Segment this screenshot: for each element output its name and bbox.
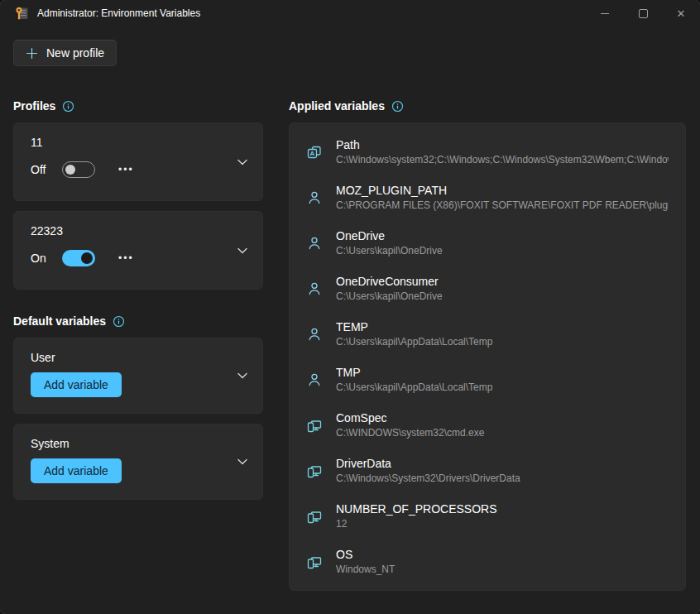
variable-value: C:\Users\kapil\AppData\Local\Temp bbox=[336, 381, 669, 394]
add-system-variable-button[interactable]: Add variable bbox=[31, 458, 122, 483]
variable-name: NUMBER_OF_PROCESSORS bbox=[336, 501, 669, 516]
variable-text: DriverData C:\Windows\System32\Drivers\D… bbox=[336, 456, 669, 485]
variable-row[interactable]: OneDriveConsumer C:\Users\kapil\OneDrive bbox=[290, 266, 685, 311]
default-variables-heading: Default variables bbox=[13, 314, 263, 329]
profile-card-22323[interactable]: 22323 On ••• bbox=[13, 211, 263, 290]
variable-value: C:\WINDOWS\system32\cmd.exe bbox=[336, 426, 669, 439]
window-controls: ✕ bbox=[586, 0, 700, 26]
info-icon[interactable] bbox=[113, 315, 125, 328]
user-icon bbox=[306, 235, 323, 252]
toggle-knob bbox=[65, 165, 75, 175]
more-dots-icon[interactable]: ••• bbox=[118, 164, 134, 175]
minimize-button[interactable] bbox=[586, 0, 624, 26]
variable-value: 12 bbox=[336, 517, 669, 530]
add-user-variable-button[interactable]: Add variable bbox=[31, 372, 122, 397]
more-dots-icon[interactable]: ••• bbox=[118, 252, 134, 264]
variable-name: MOZ_PLUGIN_PATH bbox=[336, 183, 669, 198]
variable-text: OneDriveConsumer C:\Users\kapil\OneDrive bbox=[336, 274, 669, 303]
svg-text:A: A bbox=[310, 150, 315, 157]
variable-row[interactable]: DriverData C:\Windows\System32\Drivers\D… bbox=[290, 448, 685, 493]
variable-row[interactable]: NUMBER_OF_PROCESSORS 12 bbox=[290, 493, 685, 539]
applied-variables-list: A Path C:\Windows\system32;C:\Windows;C:… bbox=[289, 122, 686, 591]
variable-value: Windows_NT bbox=[336, 563, 669, 576]
system-icon bbox=[306, 508, 323, 525]
system-variables-card[interactable]: System Add variable bbox=[13, 424, 263, 500]
system-variables-label: System bbox=[31, 437, 246, 450]
app-window: Administrator: Environment Variables ✕ N… bbox=[0, 0, 700, 614]
left-column: Profiles 11 Off ••• 22323 On bbox=[13, 98, 263, 510]
maximize-button[interactable] bbox=[624, 0, 662, 26]
variable-row[interactable]: OS Windows_NT bbox=[290, 539, 685, 584]
user-icon bbox=[306, 326, 323, 343]
right-column: Applied variables A Path C bbox=[289, 98, 686, 591]
variable-value: C:\Windows\system32;C:\Windows;C:\Window… bbox=[336, 153, 669, 166]
system-icon bbox=[306, 463, 323, 479]
info-icon[interactable] bbox=[391, 100, 404, 113]
variable-name: OS bbox=[336, 547, 669, 562]
user-variables-card[interactable]: User Add variable bbox=[13, 338, 263, 414]
profile-toggle[interactable] bbox=[62, 250, 95, 266]
toggle-knob bbox=[81, 252, 93, 264]
plus-icon bbox=[26, 47, 38, 60]
toggle-state-label: On bbox=[31, 252, 54, 265]
variable-row[interactable]: MOZ_PLUGIN_PATH C:\PROGRAM FILES (X86)\F… bbox=[290, 175, 685, 220]
user-icon bbox=[306, 189, 323, 206]
variable-text: TMP C:\Users\kapil\AppData\Local\Temp bbox=[336, 365, 669, 394]
variable-value: C:\Users\kapil\OneDrive bbox=[336, 290, 669, 303]
variable-name: DriverData bbox=[336, 456, 669, 471]
variable-text: ComSpec C:\WINDOWS\system32\cmd.exe bbox=[336, 410, 669, 439]
variable-name: OneDrive bbox=[336, 228, 669, 243]
variable-row[interactable]: A Path C:\Windows\system32;C:\Windows;C:… bbox=[290, 129, 685, 175]
profile-name: 22323 bbox=[31, 224, 246, 237]
maximize-icon bbox=[639, 9, 648, 18]
variable-row[interactable]: OneDrive C:\Users\kapil\OneDrive bbox=[290, 220, 685, 266]
chevron-down-icon[interactable] bbox=[237, 247, 247, 254]
system-icon bbox=[306, 554, 323, 570]
info-icon[interactable] bbox=[62, 100, 74, 113]
variable-name: OneDriveConsumer bbox=[336, 274, 669, 289]
variable-text: OneDrive C:\Users\kapil\OneDrive bbox=[336, 228, 669, 257]
user-variables-label: User bbox=[31, 351, 246, 364]
variable-name: TEMP bbox=[336, 319, 669, 334]
rename-icon: A bbox=[306, 144, 323, 161]
new-profile-button[interactable]: New profile bbox=[13, 40, 117, 66]
profiles-heading-label: Profiles bbox=[13, 99, 55, 113]
variable-text: NUMBER_OF_PROCESSORS 12 bbox=[336, 501, 669, 530]
variable-row[interactable]: ComSpec C:\WINDOWS\system32\cmd.exe bbox=[290, 402, 685, 448]
variable-name: TMP bbox=[336, 365, 669, 380]
variable-value: C:\PROGRAM FILES (X86)\FOXIT SOFTWARE\FO… bbox=[336, 199, 669, 212]
app-icon bbox=[15, 7, 29, 21]
profile-controls-row: On ••• bbox=[31, 250, 246, 266]
variable-value: C:\Windows\System32\Drivers\DriverData bbox=[336, 472, 669, 485]
chevron-down-icon[interactable] bbox=[237, 159, 247, 165]
user-icon bbox=[306, 281, 323, 297]
new-profile-label: New profile bbox=[46, 46, 104, 60]
variable-row[interactable]: TMP C:\Users\kapil\AppData\Local\Temp bbox=[290, 357, 685, 402]
toggle-state-label: Off bbox=[31, 163, 54, 176]
profiles-heading: Profiles bbox=[13, 98, 263, 113]
user-icon bbox=[306, 372, 323, 388]
close-button[interactable]: ✕ bbox=[662, 0, 700, 26]
close-icon: ✕ bbox=[677, 8, 686, 19]
profile-name: 11 bbox=[31, 136, 246, 149]
variable-name: Path bbox=[336, 137, 669, 152]
variable-text: OS Windows_NT bbox=[336, 547, 669, 576]
default-variables-heading-label: Default variables bbox=[13, 314, 106, 328]
profile-card-11[interactable]: 11 Off ••• bbox=[13, 122, 263, 201]
variable-text: MOZ_PLUGIN_PATH C:\PROGRAM FILES (X86)\F… bbox=[336, 183, 669, 212]
applied-variables-heading-label: Applied variables bbox=[289, 99, 385, 113]
variable-text: Path C:\Windows\system32;C:\Windows;C:\W… bbox=[336, 137, 669, 166]
applied-variables-heading: Applied variables bbox=[289, 98, 686, 113]
minimize-icon bbox=[601, 13, 609, 14]
variable-value: C:\Users\kapil\OneDrive bbox=[336, 244, 669, 257]
variable-text: TEMP C:\Users\kapil\AppData\Local\Temp bbox=[336, 319, 669, 348]
window-title: Administrator: Environment Variables bbox=[37, 7, 200, 19]
profile-toggle[interactable] bbox=[62, 161, 95, 178]
chevron-down-icon[interactable] bbox=[237, 372, 247, 379]
system-icon bbox=[306, 417, 323, 434]
profile-controls-row: Off ••• bbox=[31, 161, 246, 178]
variable-row[interactable]: TEMP C:\Users\kapil\AppData\Local\Temp bbox=[290, 311, 685, 357]
variable-value: C:\Users\kapil\AppData\Local\Temp bbox=[336, 335, 669, 348]
chevron-down-icon[interactable] bbox=[237, 458, 247, 465]
variable-name: ComSpec bbox=[336, 410, 669, 425]
